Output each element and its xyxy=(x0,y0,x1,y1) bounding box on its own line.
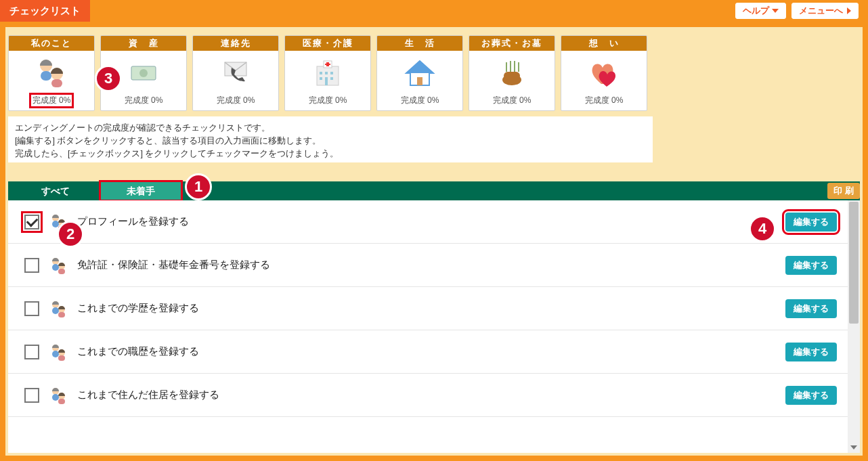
checklist-row: 免許証・保険証・基礎年金番号を登録する編集する xyxy=(8,244,848,287)
category-title: お葬式・お墓 xyxy=(469,36,555,51)
category-progress: 完成度 0% xyxy=(377,95,462,110)
people-icon xyxy=(49,386,68,405)
description-line: [編集する] ボタンをクリックすると、該当する項目の入力画面に移動します。 xyxy=(15,135,646,148)
funeral-icon xyxy=(469,51,555,95)
tabs-row: すべて 未着手 印 刷 xyxy=(8,175,860,200)
scroll-down-arrow[interactable] xyxy=(848,442,860,453)
checkbox[interactable] xyxy=(24,258,39,273)
category-title: 想 い xyxy=(561,36,647,51)
category-card-3[interactable]: 医療・介護完成度 0% xyxy=(284,35,371,111)
checklist-row: プロフィールを登録する編集する xyxy=(8,200,848,244)
checklist-row: これまでの学歴を登録する編集する xyxy=(8,287,848,330)
category-title: 医療・介護 xyxy=(285,36,370,51)
svg-rect-12 xyxy=(325,72,328,74)
people-icon xyxy=(49,213,68,232)
checklist-row: これまで住んだ住居を登録する編集する xyxy=(8,374,848,417)
scrollbar[interactable] xyxy=(848,200,860,453)
svg-point-5 xyxy=(139,69,148,77)
svg-rect-43 xyxy=(58,399,65,404)
svg-rect-31 xyxy=(58,269,65,274)
topbar: チェックリスト ヘルプ メニューへ xyxy=(0,0,868,22)
checkbox[interactable] xyxy=(24,388,39,403)
category-progress: 完成度 0% xyxy=(561,95,647,110)
people-icon xyxy=(49,256,68,275)
category-progress: 完成度 0% xyxy=(30,93,74,108)
svg-rect-38 xyxy=(52,351,59,357)
category-title: 連絡先 xyxy=(193,36,278,51)
category-title: 生 活 xyxy=(377,36,462,51)
category-card-2[interactable]: 連絡先完成度 0% xyxy=(192,35,279,111)
category-title: 私のこと xyxy=(9,36,94,51)
heart-icon xyxy=(561,51,647,95)
checklist-row: これまでの職歴を登録する編集する xyxy=(8,330,848,374)
contact-icon xyxy=(193,51,278,95)
medical-icon xyxy=(285,51,370,95)
svg-rect-35 xyxy=(58,312,65,317)
category-progress: 完成度 0% xyxy=(469,95,555,110)
people-icon xyxy=(49,343,68,361)
checkbox[interactable] xyxy=(24,215,39,229)
svg-rect-19 xyxy=(504,72,520,80)
people-icon xyxy=(9,51,94,93)
category-card-6[interactable]: 想 い完成度 0% xyxy=(561,35,647,111)
bottom-strip xyxy=(0,456,868,461)
svg-rect-14 xyxy=(320,77,322,80)
description-line: 完成したら、[チェックボックス] をクリックしてチェックマークをつけましょう。 xyxy=(15,148,646,160)
svg-rect-15 xyxy=(325,77,328,85)
checklist-scroll: プロフィールを登録する編集する免許証・保険証・基礎年金番号を登録する編集するこれ… xyxy=(8,200,848,453)
scroll-thumb[interactable] xyxy=(849,202,859,324)
svg-rect-34 xyxy=(52,307,59,314)
category-card-4[interactable]: 生 活完成度 0% xyxy=(376,35,463,111)
page-title-tab: チェックリスト xyxy=(0,0,90,22)
row-label: 免許証・保険証・基礎年金番号を登録する xyxy=(77,259,270,271)
category-row: 私のこと完成度 0%資 産完成度 0%連絡先完成度 0%医療・介護完成度 0%生… xyxy=(8,35,647,111)
people-icon xyxy=(49,299,68,318)
row-label: プロフィールを登録する xyxy=(77,215,189,228)
svg-rect-10 xyxy=(325,64,330,65)
house-icon xyxy=(377,51,462,95)
checkbox[interactable] xyxy=(24,345,39,359)
checklist-panel: プロフィールを登録する編集する免許証・保険証・基礎年金番号を登録する編集するこれ… xyxy=(8,200,860,453)
row-label: これまで住んだ住居を登録する xyxy=(77,389,219,401)
edit-button[interactable]: 編集する xyxy=(785,299,837,318)
category-title: 資 産 xyxy=(101,36,186,51)
print-button[interactable]: 印 刷 xyxy=(827,183,860,199)
svg-rect-11 xyxy=(320,72,322,74)
category-card-0[interactable]: 私のこと完成度 0% xyxy=(8,35,95,111)
svg-rect-42 xyxy=(52,394,59,401)
svg-rect-26 xyxy=(52,221,59,227)
category-card-1[interactable]: 資 産完成度 0% xyxy=(100,35,187,111)
svg-rect-2 xyxy=(41,71,51,81)
category-card-5[interactable]: お葬式・お墓完成度 0% xyxy=(469,35,555,111)
svg-rect-16 xyxy=(330,77,333,80)
caret-down-icon xyxy=(772,9,779,13)
svg-rect-27 xyxy=(58,225,65,231)
svg-rect-3 xyxy=(51,79,62,87)
menu-button[interactable]: メニューへ xyxy=(791,3,859,19)
row-label: これまでの職歴を登録する xyxy=(77,345,199,358)
svg-rect-39 xyxy=(58,355,65,361)
checkbox[interactable] xyxy=(24,301,39,316)
category-progress: 完成度 0% xyxy=(193,95,278,110)
menu-button-label: メニューへ xyxy=(799,5,843,17)
edit-button[interactable]: 編集する xyxy=(785,213,837,232)
category-progress: 完成度 0% xyxy=(101,95,186,110)
edit-button[interactable]: 編集する xyxy=(785,343,837,361)
svg-rect-13 xyxy=(330,72,333,74)
help-button[interactable]: ヘルプ xyxy=(735,3,786,19)
main-canvas: 私のこと完成度 0%資 産完成度 0%連絡先完成度 0%医療・介護完成度 0%生… xyxy=(5,27,863,456)
row-label: これまでの学歴を登録する xyxy=(77,302,199,315)
description-line: エンディングノートの完成度が確認できるチェックリストです。 xyxy=(15,122,646,135)
svg-rect-30 xyxy=(52,264,59,271)
edit-button[interactable]: 編集する xyxy=(785,386,837,405)
svg-rect-17 xyxy=(417,77,422,85)
edit-button[interactable]: 編集する xyxy=(785,256,837,275)
money-icon xyxy=(101,51,186,95)
help-button-label: ヘルプ xyxy=(743,5,769,17)
tab-pending[interactable]: 未着手 xyxy=(100,181,181,200)
description-box: エンディングノートの完成度が確認できるチェックリストです。 [編集する] ボタン… xyxy=(8,116,653,162)
tab-all[interactable]: すべて xyxy=(15,181,96,200)
caret-right-icon xyxy=(847,7,851,14)
category-progress: 完成度 0% xyxy=(285,95,370,110)
